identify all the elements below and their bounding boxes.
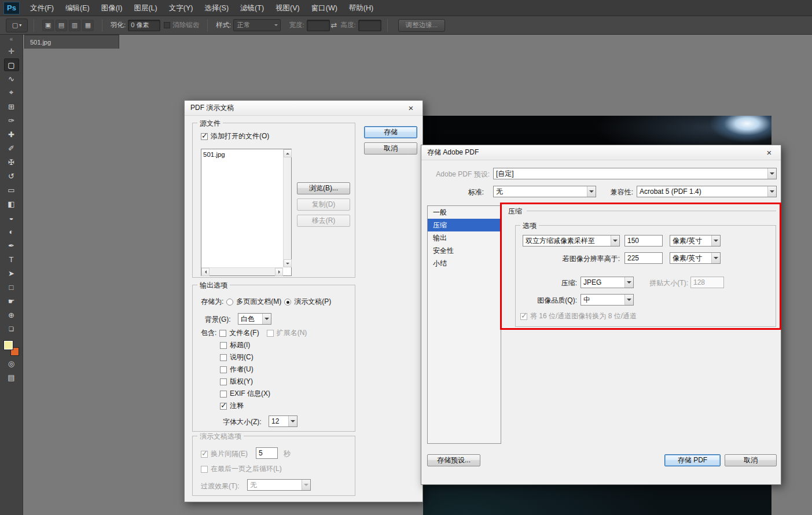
dialog-titlebar[interactable]: PDF 演示文稿 ×	[185, 101, 422, 116]
filename-checkbox[interactable]	[219, 330, 226, 337]
browse-button[interactable]: 浏览(B)...	[297, 182, 350, 194]
caption-checkbox-row[interactable]: 说明(C)	[220, 352, 253, 362]
quick-mask-icon[interactable]: ◎	[4, 357, 19, 370]
copyright-checkbox-row[interactable]: 版权(Y)	[220, 377, 253, 387]
nav-item-output[interactable]: 输出	[428, 231, 501, 244]
quick-selection-tool[interactable]: ⌖	[4, 86, 19, 99]
title-checkbox[interactable]	[220, 342, 227, 349]
cancel-button[interactable]: 取消	[725, 454, 777, 466]
source-files-list[interactable]: 501.jpg	[201, 149, 292, 276]
screen-mode-icon[interactable]: ▤	[4, 371, 19, 384]
antialias-checkbox[interactable]	[164, 22, 170, 28]
background-select[interactable]: 白色	[238, 313, 271, 325]
history-brush-tool[interactable]: ↺	[4, 170, 19, 182]
menu-filter[interactable]: 滤镜(T)	[234, 0, 270, 16]
menu-type[interactable]: 文字(Y)	[163, 0, 199, 16]
dialog-titlebar[interactable]: 存储 Adobe PDF ×	[421, 145, 781, 160]
copyright-checkbox[interactable]	[220, 378, 227, 385]
save-pdf-button[interactable]: 存储 PDF	[664, 454, 721, 466]
tool-preset-picker[interactable]: ▢ ▾	[6, 19, 28, 32]
scroll-down-icon[interactable]	[284, 259, 292, 267]
rectangular-marquee-tool[interactable]: ▢	[4, 58, 19, 71]
collapse-panel-icon[interactable]: «	[10, 36, 13, 44]
compression-select[interactable]: JPEG	[580, 277, 634, 288]
menu-help[interactable]: 帮助(H)	[343, 0, 379, 16]
presentation-label[interactable]: 演示文稿(P)	[294, 297, 331, 307]
style-select[interactable]: 正常	[233, 19, 281, 31]
height-input[interactable]	[358, 20, 381, 31]
menu-file[interactable]: 文件(F)	[24, 0, 60, 16]
resolution-unit-select[interactable]: 像素/英寸	[670, 235, 721, 247]
add-to-selection-icon[interactable]: ▤	[56, 20, 67, 31]
menu-image[interactable]: 图像(I)	[95, 0, 128, 16]
multipage-label[interactable]: 多页面文档(M)	[236, 297, 281, 307]
lasso-tool[interactable]: ∿	[4, 72, 19, 85]
default-colors-icon[interactable]: ❏	[4, 322, 19, 335]
quality-select[interactable]: 中	[580, 294, 634, 306]
menu-edit[interactable]: 编辑(E)	[60, 0, 95, 16]
hand-tool[interactable]: ☛	[4, 295, 19, 307]
list-item[interactable]: 501.jpg	[203, 151, 225, 158]
spot-healing-brush-tool[interactable]: ✚	[4, 128, 19, 141]
nav-item-general[interactable]: 一般	[428, 206, 501, 219]
preset-select[interactable]: [自定]	[493, 168, 777, 179]
multipage-radio[interactable]	[226, 299, 233, 306]
pen-tool[interactable]: ✒	[4, 239, 19, 252]
nav-item-compression[interactable]: 压缩	[428, 219, 501, 231]
nav-item-summary[interactable]: 小结	[428, 257, 501, 270]
brush-tool[interactable]: ✐	[4, 142, 19, 154]
cancel-button[interactable]: 取消	[364, 142, 417, 154]
presentation-radio[interactable]	[284, 299, 291, 306]
threshold-input[interactable]: 225	[624, 252, 663, 264]
type-tool[interactable]: T	[4, 253, 19, 266]
notes-checkbox-row[interactable]: 注释	[220, 401, 244, 411]
width-input[interactable]	[307, 20, 330, 31]
vertical-scrollbar[interactable]	[283, 149, 291, 267]
add-open-files-row[interactable]: 添加打开的文件(O)	[201, 131, 269, 141]
downsample-method-select[interactable]: 双立方缩减像素采样至	[523, 235, 620, 247]
author-checkbox[interactable]	[220, 366, 227, 373]
scroll-left-icon[interactable]	[201, 268, 210, 276]
dodge-tool[interactable]: ◐	[4, 225, 19, 238]
scroll-right-icon[interactable]	[275, 268, 283, 276]
intersect-selection-icon[interactable]: ▦	[82, 20, 94, 31]
new-selection-icon[interactable]: ▣	[42, 20, 54, 31]
crop-tool[interactable]: ⊞	[4, 100, 19, 113]
font-size-select[interactable]: 12	[269, 415, 297, 427]
exif-checkbox-row[interactable]: EXIF 信息(X)	[220, 389, 270, 399]
scroll-up-icon[interactable]	[284, 149, 292, 157]
subtract-from-selection-icon[interactable]: ▥	[69, 20, 80, 31]
caption-checkbox[interactable]	[220, 354, 227, 361]
compatibility-select[interactable]: Acrobat 5 (PDF 1.4)	[637, 186, 777, 197]
move-tool[interactable]: ✛	[4, 45, 19, 57]
close-icon[interactable]: ×	[405, 103, 417, 113]
menu-select[interactable]: 选择(S)	[199, 0, 234, 16]
clone-stamp-tool[interactable]: ✠	[4, 156, 19, 168]
save-button[interactable]: 存储	[364, 126, 417, 138]
eyedropper-tool[interactable]: ✑	[4, 114, 19, 127]
menu-view[interactable]: 视图(V)	[270, 0, 306, 16]
horizontal-scrollbar[interactable]	[201, 267, 283, 275]
save-preset-button[interactable]: 存储预设...	[427, 454, 480, 466]
menu-layer[interactable]: 图层(L)	[128, 0, 163, 16]
author-checkbox-row[interactable]: 作者(U)	[220, 365, 253, 374]
blur-tool[interactable]: ◒	[4, 211, 19, 224]
close-icon[interactable]: ×	[763, 148, 775, 157]
rectangle-tool[interactable]: □	[4, 281, 19, 293]
swap-dimensions-icon[interactable]: ⇄	[331, 21, 337, 30]
document-tab[interactable]: 501.jpg	[24, 35, 119, 49]
resolution-input[interactable]: 150	[624, 235, 663, 247]
exif-checkbox[interactable]	[220, 391, 227, 398]
color-swatches[interactable]	[3, 340, 20, 356]
notes-checkbox[interactable]	[220, 403, 227, 410]
foreground-color-swatch[interactable]	[4, 341, 13, 350]
zoom-tool[interactable]: ⊕	[4, 308, 19, 321]
nav-item-security[interactable]: 安全性	[428, 244, 501, 257]
eraser-tool[interactable]: ▭	[4, 183, 19, 196]
gradient-tool[interactable]: ◧	[4, 197, 19, 210]
refine-edge-button[interactable]: 调整边缘...	[398, 19, 446, 32]
title-checkbox-row[interactable]: 标题(I)	[220, 340, 250, 350]
threshold-unit-select[interactable]: 像素/英寸	[670, 252, 721, 264]
path-selection-tool[interactable]: ➤	[4, 267, 19, 279]
feather-input[interactable]: 0 像素	[128, 20, 160, 31]
